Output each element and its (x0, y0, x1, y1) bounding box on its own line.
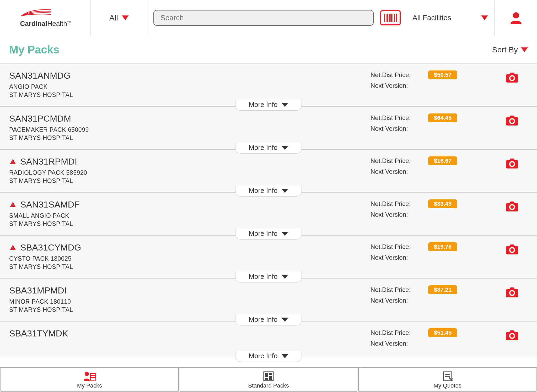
pack-code: SBA31TYMDK (9, 328, 68, 339)
svg-rect-1 (386, 14, 386, 22)
more-info-label: More Info (249, 352, 278, 360)
more-info-toggle[interactable]: More Info (235, 143, 302, 154)
more-info-toggle[interactable]: More Info (235, 228, 302, 239)
chevron-down-icon (281, 103, 288, 107)
tab-my-packs[interactable]: My Packs (1, 368, 179, 392)
pack-item[interactable]: SAN31PCMDMPACEMAKER PACK 650099ST MARYS … (0, 107, 537, 150)
tab-standard-packs[interactable]: Standard Packs (180, 368, 358, 392)
svg-rect-14 (13, 203, 13, 205)
logo-cell: CardinalHealthTM (0, 0, 90, 36)
barcode-scan-button[interactable] (380, 10, 401, 25)
bottom-tabs: My Packs Standard Packs My Quotes (0, 367, 537, 392)
pack-hospital: ST MARYS HOSPITAL (9, 220, 211, 227)
next-version-label: Next Version: (370, 254, 418, 261)
net-dist-price-label: Net.Dist Price: (370, 71, 418, 79)
more-info-label: More Info (249, 101, 278, 109)
pack-code: SBA31CYMDG (20, 242, 81, 253)
search-input[interactable] (153, 10, 374, 26)
chevron-down-icon (122, 15, 129, 20)
logo-bold: Cardinal (20, 20, 47, 28)
svg-rect-7 (396, 14, 397, 22)
svg-rect-23 (90, 373, 96, 380)
svg-rect-2 (387, 14, 388, 22)
pack-description: RADIOLOGY PACK 585920 (9, 169, 211, 176)
facilities-dropdown[interactable]: All Facilities (406, 0, 495, 36)
svg-point-22 (85, 372, 89, 376)
chevron-down-icon (281, 318, 288, 322)
price-column: Net.Dist Price:$51.45Next Version: (370, 328, 496, 350)
price-badge: $50.57 (428, 70, 457, 79)
price-badge: $37.21 (428, 285, 457, 294)
pack-hospital: ST MARYS HOSPITAL (9, 306, 211, 313)
more-info-toggle[interactable]: More Info (235, 186, 302, 197)
page-title: My Packs (9, 43, 59, 56)
camera-icon[interactable] (505, 72, 519, 83)
category-all-dropdown[interactable]: All (90, 0, 148, 36)
pack-info: SAN31PCMDMPACEMAKER PACK 650099ST MARYS … (9, 113, 211, 141)
next-version-label: Next Version: (370, 211, 418, 218)
brand-logo[interactable]: CardinalHealthTM (20, 8, 71, 28)
next-version-label: Next Version: (370, 82, 418, 89)
sort-by-label: Sort By (492, 45, 518, 54)
pack-item[interactable]: SBA31CYMDGCYSTO PACK 180025ST MARYS HOSP… (0, 236, 537, 279)
net-dist-price-label: Net.Dist Price: (370, 157, 418, 165)
camera-icon[interactable] (505, 287, 519, 298)
more-info-toggle[interactable]: More Info (235, 314, 302, 325)
pack-description: MINOR PACK 180110 (9, 298, 211, 305)
chevron-down-icon (281, 232, 288, 236)
net-dist-price-label: Net.Dist Price: (370, 329, 418, 336)
price-badge: $51.45 (428, 328, 457, 337)
svg-rect-30 (265, 378, 268, 380)
net-dist-price-label: Net.Dist Price: (370, 286, 418, 293)
price-column: Net.Dist Price:$33.49Next Version: (370, 199, 496, 227)
chevron-down-icon (281, 146, 288, 150)
all-label: All (109, 13, 118, 22)
standard-packs-icon (263, 371, 274, 382)
svg-rect-28 (269, 373, 272, 375)
camera-icon[interactable] (505, 115, 519, 126)
net-dist-price-label: Net.Dist Price: (370, 114, 418, 122)
price-badge: $16.67 (428, 156, 457, 165)
pack-description: ANGIO PACK (9, 83, 211, 90)
price-badge: $64.45 (428, 113, 457, 122)
user-menu[interactable] (495, 0, 537, 36)
svg-rect-6 (394, 14, 395, 22)
camera-icon[interactable] (505, 330, 519, 341)
camera-icon[interactable] (505, 201, 519, 212)
pack-item[interactable]: SAN31RPMDIRADIOLOGY PACK 585920ST MARYS … (0, 150, 537, 193)
chevron-down-icon (481, 15, 488, 20)
pack-item[interactable]: SAN31ANMDGANGIO PACKST MARYS HOSPITALNet… (0, 64, 537, 107)
pack-code: SAN31SAMDF (20, 199, 80, 210)
camera-icon[interactable] (505, 158, 519, 169)
alert-icon (9, 201, 17, 208)
svg-rect-18 (13, 249, 13, 249)
pack-info: SAN31SAMDFSMALL ANGIO PACKST MARYS HOSPI… (9, 199, 211, 227)
logo-tm: TM (67, 21, 71, 24)
alert-icon (9, 158, 17, 165)
pack-hospital: ST MARYS HOSPITAL (9, 91, 211, 99)
more-info-label: More Info (249, 230, 278, 238)
more-info-toggle[interactable]: More Info (235, 351, 302, 362)
pack-description: SMALL ANGIO PACK (9, 212, 211, 219)
search-cell (148, 0, 406, 36)
camera-icon[interactable] (505, 244, 519, 255)
tab-my-quotes[interactable]: My Quotes (358, 368, 536, 392)
pack-item[interactable]: SBA31TYMDKNet.Dist Price:$51.45Next Vers… (0, 322, 537, 358)
svg-rect-4 (390, 14, 392, 22)
pack-hospital: ST MARYS HOSPITAL (9, 134, 211, 141)
user-icon (509, 10, 523, 25)
more-info-toggle[interactable]: More Info (235, 271, 302, 282)
pack-info: SBA31CYMDGCYSTO PACK 180025ST MARYS HOSP… (9, 242, 211, 270)
sort-by-dropdown[interactable]: Sort By (492, 45, 528, 54)
logo-normal: Health (47, 20, 67, 28)
next-version-label: Next Version: (370, 168, 418, 175)
more-info-toggle[interactable]: More Info (235, 100, 302, 111)
pack-hospital: ST MARYS HOSPITAL (9, 177, 211, 184)
svg-rect-5 (393, 14, 393, 22)
price-badge: $19.76 (428, 242, 457, 251)
net-dist-price-label: Net.Dist Price: (370, 243, 418, 251)
pack-description: PACEMAKER PACK 650099 (9, 126, 211, 133)
pack-item[interactable]: SBA31MPMDIMINOR PACK 180110ST MARYS HOSP… (0, 279, 537, 322)
pack-item[interactable]: SAN31SAMDFSMALL ANGIO PACKST MARYS HOSPI… (0, 193, 537, 236)
chevron-down-icon (281, 354, 288, 358)
